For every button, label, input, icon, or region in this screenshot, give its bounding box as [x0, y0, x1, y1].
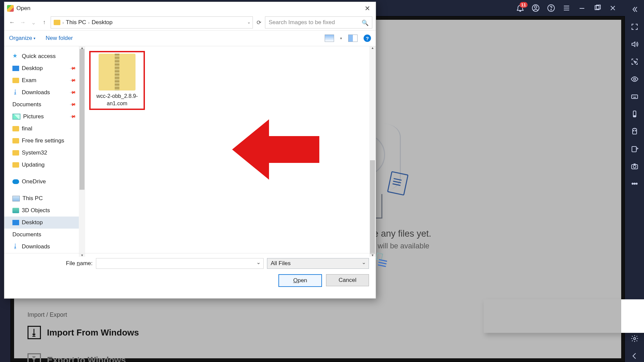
nav-recent-icon[interactable]: ⌄ [29, 19, 38, 26]
svg-point-21 [634, 338, 636, 340]
breadcrumb[interactable]: › This PC › Desktop ⌄ [51, 16, 253, 28]
more-icon[interactable] [631, 180, 639, 188]
eye-icon[interactable] [631, 75, 639, 83]
file-list[interactable]: wcc-2-obb_2.8.9-an1.com ▴▾ [79, 46, 376, 257]
nav-back-icon[interactable]: ← [8, 19, 16, 26]
dialog-titlebar[interactable]: Open ✕ [4, 2, 376, 15]
export-to-windows[interactable]: ⭱Export to Windows [28, 353, 139, 362]
dialog-help-icon[interactable]: ? [364, 35, 371, 42]
filename-label: File name: [66, 260, 93, 267]
dialog-navbar: ← → ⌄ ↑ › This PC › Desktop ⌄ ⟳ Search I… [4, 15, 376, 30]
hamburger-icon[interactable] [562, 4, 571, 12]
svg-rect-10 [633, 129, 637, 134]
svg-point-6 [634, 78, 636, 80]
tree-desktop-pinned[interactable]: Desktop📌 [4, 62, 79, 74]
svg-rect-9 [633, 116, 636, 116]
files-scrollbar[interactable]: ▴▾ [369, 46, 376, 257]
view-mode-button[interactable] [325, 35, 334, 42]
svg-point-11 [633, 130, 634, 131]
account-icon[interactable] [532, 4, 540, 12]
file-item-zip[interactable]: wcc-2-obb_2.8.9-an1.com [92, 54, 142, 107]
svg-rect-7 [632, 95, 638, 99]
nav-tree[interactable]: ★Quick access Desktop📌 Exam📌 ⭳Downloads📌… [4, 46, 79, 257]
svg-point-16 [632, 183, 633, 184]
tree-3d-objects[interactable]: 3D Objects [4, 204, 79, 217]
volume-icon[interactable] [631, 40, 639, 48]
organize-button[interactable]: Organize [9, 35, 36, 42]
tree-documents-pinned[interactable]: Documents📌 [4, 99, 79, 111]
open-file-dialog: Open ✕ ← → ⌄ ↑ › This PC › Desktop ⌄ ⟳ S… [4, 2, 376, 299]
preview-pane-button[interactable] [348, 35, 358, 42]
search-icon[interactable]: 🔍 [362, 19, 369, 26]
nav-up-icon[interactable]: ↑ [40, 19, 49, 26]
cancel-button[interactable]: Cancel [326, 274, 369, 286]
minimize-icon[interactable] [578, 4, 586, 12]
settings-icon[interactable] [631, 335, 639, 343]
fullscreen-icon[interactable] [631, 23, 639, 31]
screenshot-icon[interactable] [631, 162, 639, 170]
breadcrumb-dropdown-icon[interactable]: ⌄ [247, 20, 251, 24]
tree-pictures-pinned[interactable]: Pictures📌 [4, 111, 79, 123]
dialog-close-icon[interactable]: ✕ [362, 3, 373, 14]
dialog-footer: File name: All Files Open Cancel [4, 253, 376, 298]
mm-sidebar: Import / Export ⭳Import From Windows ⭱Ex… [28, 311, 139, 362]
dialog-toolbar: Organize New folder ▾ ? [4, 30, 376, 46]
pin-icon: 📌 [69, 65, 76, 72]
lock-cursor-icon[interactable] [631, 58, 639, 66]
tree-downloads-pinned[interactable]: ⭳Downloads📌 [4, 86, 79, 99]
folder-icon [54, 20, 60, 25]
tree-desktop[interactable]: Desktop [4, 217, 79, 229]
file-type-filter[interactable]: All Files [267, 258, 369, 269]
maximize-icon[interactable] [593, 4, 601, 12]
file-label: wcc-2-obb_2.8.9-an1.com [92, 93, 142, 107]
tree-downloads[interactable]: ⭳Downloads [4, 241, 79, 253]
breadcrumb-thispc[interactable]: This PC [66, 19, 86, 26]
pin-icon: 📌 [69, 77, 76, 84]
section-label: Import / Export [28, 311, 139, 318]
macro-play-icon[interactable] [631, 145, 639, 153]
tree-quick-access[interactable]: ★Quick access [4, 50, 79, 62]
gamepad-icon[interactable] [631, 127, 639, 135]
help-icon[interactable] [547, 4, 555, 12]
svg-point-12 [635, 130, 636, 131]
keyboard-icon[interactable] [631, 93, 639, 101]
rotate-device-icon[interactable] [631, 110, 639, 118]
nav-forward-icon: → [18, 19, 27, 26]
close-icon[interactable] [609, 4, 617, 12]
tree-system32[interactable]: System32 [4, 147, 79, 159]
drop-target[interactable] [484, 299, 644, 333]
dialog-title: Open [16, 5, 31, 12]
refresh-icon[interactable]: ⟳ [255, 19, 263, 26]
import-from-windows[interactable]: ⭳Import From Windows [28, 326, 139, 339]
bluestacks-window-controls: 11 [516, 4, 617, 12]
notifications-icon[interactable]: 11 [516, 4, 524, 12]
back-icon[interactable] [631, 352, 639, 360]
svg-point-18 [636, 183, 637, 184]
svg-point-3 [551, 9, 551, 10]
tree-exam[interactable]: Exam📌 [4, 74, 79, 86]
filename-input[interactable] [96, 258, 264, 269]
pin-icon: 📌 [69, 89, 76, 96]
tree-documents[interactable]: Documents [4, 229, 79, 241]
tree-updating[interactable]: Updating [4, 159, 79, 171]
notifications-badge: 11 [520, 2, 528, 8]
annotation-arrow [232, 116, 323, 183]
search-input[interactable]: Search Images to be fixed 🔍 [265, 16, 372, 28]
search-placeholder: Search Images to be fixed [269, 19, 335, 26]
tree-final[interactable]: final [4, 123, 79, 135]
svg-point-17 [634, 183, 635, 184]
pin-icon: 📌 [69, 101, 76, 108]
svg-point-15 [633, 165, 636, 168]
breadcrumb-desktop[interactable]: Desktop [92, 19, 112, 26]
svg-rect-13 [632, 146, 636, 152]
tree-this-pc[interactable]: This PC [4, 192, 79, 204]
pin-icon: 📌 [69, 113, 76, 120]
collapse-rail-icon[interactable] [631, 5, 639, 13]
app-logo-icon [7, 5, 14, 12]
tree-freefire[interactable]: Free fire settings [4, 135, 79, 147]
new-folder-button[interactable]: New folder [46, 35, 73, 42]
svg-point-1 [535, 6, 537, 8]
tree-onedrive[interactable]: OneDrive [4, 176, 79, 188]
open-button[interactable]: Open [278, 274, 322, 287]
zip-icon [99, 54, 136, 90]
